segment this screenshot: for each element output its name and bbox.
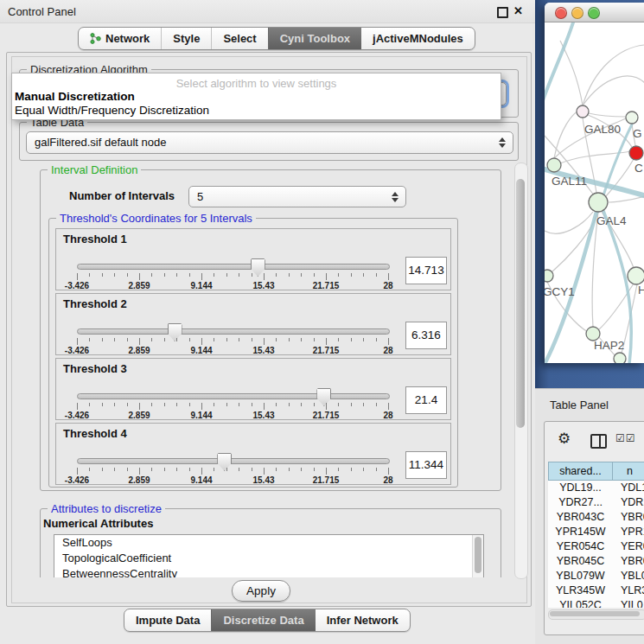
attributes-list-scrollbar[interactable] (472, 535, 483, 577)
cell-shared-name[interactable]: YDR27... (548, 495, 613, 510)
close-traffic-light-icon[interactable] (555, 7, 567, 19)
tab-discretize-data[interactable]: Discretize Data (211, 609, 315, 631)
threshold-value-field[interactable]: 6.316 (405, 322, 447, 349)
columns-icon[interactable] (590, 434, 607, 449)
settings-vertical-scrollbar[interactable] (514, 163, 528, 579)
cell-name[interactable]: YPR1 (613, 525, 644, 539)
network-thick-edge[interactable] (545, 22, 573, 103)
tab-jactivemnodules[interactable]: jActiveMNodules (361, 28, 475, 49)
table-row[interactable]: YBR043CYBR0 (548, 510, 644, 525)
number-of-intervals-combobox[interactable]: 5 (188, 186, 406, 207)
table-row[interactable]: YLR345WYLR3 (548, 583, 644, 598)
cell-shared-name[interactable]: YDL19... (548, 481, 613, 495)
cell-shared-name[interactable]: YBL079W (548, 569, 613, 583)
network-node[interactable] (626, 112, 638, 124)
minimize-traffic-light-icon[interactable] (571, 7, 583, 19)
threshold-slider[interactable]: -3.4262.8599.14415.4321.71528 (77, 260, 388, 290)
table-horizontal-scrollbar[interactable] (548, 609, 644, 620)
node-label: GAL4 (596, 214, 627, 227)
tab-cyni-toolbox[interactable]: Cyni Toolbox (268, 28, 361, 49)
popup-option-manual-discretization[interactable]: Manual Discretization (15, 90, 135, 103)
network-node[interactable] (577, 105, 589, 118)
settings-scrollbar-thumb[interactable] (516, 179, 525, 428)
tab-select[interactable]: Select (211, 28, 267, 49)
cell-name[interactable]: YDR2 (613, 495, 644, 510)
network-window-titlebar[interactable] (545, 3, 644, 22)
tab-style[interactable]: Style (161, 28, 211, 49)
threshold-value-field[interactable]: 21.4 (405, 386, 447, 414)
gear-icon[interactable]: ⚙ (558, 430, 571, 448)
tab-style-label: Style (173, 28, 200, 49)
slider-track[interactable] (77, 328, 390, 335)
select-columns-checkboxes-icon[interactable]: ☑☑ (615, 432, 636, 444)
cell-name[interactable]: YBR0 (613, 554, 644, 569)
slider-ticks (77, 403, 388, 411)
table-scrollbar-thumb[interactable] (550, 611, 640, 616)
cell-name[interactable]: YER0 (613, 539, 644, 554)
network-node[interactable] (614, 353, 626, 363)
tab-impute-data[interactable]: Impute Data (124, 609, 211, 631)
apply-button[interactable]: Apply (232, 580, 290, 602)
cell-name[interactable]: YBR0 (613, 510, 644, 525)
tab-network[interactable]: Network (79, 28, 161, 49)
attributes-scrollbar-thumb[interactable] (475, 537, 481, 573)
tab-infer-network[interactable]: Infer Network (316, 609, 410, 631)
table-data-combobox[interactable]: galFiltered.sif default node (26, 131, 513, 154)
table-row[interactable]: YBL079WYBL0 (548, 569, 644, 583)
cell-name[interactable]: YBL0 (613, 569, 644, 583)
attribute-list-item[interactable]: TopologicalCoefficient (54, 551, 483, 566)
table-row[interactable]: YDR27...YDR2 (548, 495, 644, 510)
close-icon[interactable]: ✕ (513, 4, 523, 17)
network-node[interactable] (547, 158, 561, 172)
cell-shared-name[interactable]: YER054C (548, 539, 613, 554)
cell-name[interactable]: YIL0 (613, 598, 644, 608)
cell-shared-name[interactable]: YIL052C (548, 598, 613, 608)
table-row[interactable]: YER054CYER0 (548, 539, 644, 554)
slider-track[interactable] (77, 458, 390, 464)
network-edge[interactable] (552, 212, 598, 272)
table-row[interactable]: YIL052CYIL0 (548, 598, 644, 608)
algorithm-placeholder: Select algorithm to view settings (12, 77, 501, 90)
network-node[interactable] (628, 267, 644, 284)
table-row[interactable]: YPR145WYPR1 (548, 525, 644, 539)
attribute-list-item[interactable]: SelfLoops (54, 535, 483, 551)
popup-option-equal-width-frequency[interactable]: Equal Width/Frequency Discretization (15, 104, 209, 117)
slider-tick-label: 2.859 (128, 411, 150, 420)
network-node[interactable] (589, 193, 608, 212)
network-edge[interactable] (583, 45, 644, 105)
cell-shared-name[interactable]: YPR145W (548, 525, 613, 539)
network-edge[interactable] (589, 113, 626, 117)
column-header-shared-name[interactable]: shared... (548, 462, 613, 481)
cell-shared-name[interactable]: YBR045C (548, 554, 613, 569)
threshold-slider[interactable]: -3.4262.8599.14415.4321.71528 (77, 390, 388, 419)
threshold-slider[interactable]: -3.4262.8599.14415.4321.71528 (77, 455, 388, 484)
cell-shared-name[interactable]: YBR043C (548, 510, 613, 525)
slider-track[interactable] (77, 393, 390, 399)
slider-track[interactable] (77, 264, 390, 270)
column-header-name[interactable]: n (613, 462, 644, 481)
threshold-panel-3: Threshold 3 -3.4262.8599.14415.4321.7152… (55, 358, 451, 420)
slider-tick-label: 28 (383, 346, 392, 355)
threshold-slider[interactable]: -3.4262.8599.14415.4321.71528 (77, 325, 388, 354)
table-row[interactable]: YDL19...YDL1 (548, 481, 644, 495)
float-window-icon[interactable] (497, 7, 508, 18)
network-node[interactable] (629, 146, 643, 160)
network-edge[interactable] (545, 212, 593, 233)
network-edge[interactable] (583, 76, 644, 105)
network-edge[interactable] (609, 196, 644, 202)
tab-cyni-toolbox-label: Cyni Toolbox (280, 28, 350, 49)
attribute-list-item[interactable]: BetweennessCentrality (54, 566, 483, 577)
numerical-attributes-list[interactable]: SelfLoopsTopologicalCoefficientBetweenne… (54, 534, 484, 577)
number-of-intervals-value: 5 (197, 187, 203, 207)
threshold-value-field[interactable]: 11.344 (405, 451, 447, 479)
cell-shared-name[interactable]: YLR345W (548, 583, 613, 598)
network-canvas[interactable]: GAL80GCGAL11GAL4GCY1HHAP2 (545, 22, 644, 363)
cell-name[interactable]: YLR3 (613, 583, 644, 598)
table-row[interactable]: YBR045CYBR0 (548, 554, 644, 569)
control-panel-titlebar: Control Panel ✕ (0, 0, 535, 23)
zoom-traffic-light-icon[interactable] (588, 7, 600, 19)
threshold-value-field[interactable]: 14.713 (405, 257, 447, 284)
network-node[interactable] (545, 270, 553, 282)
network-view-window[interactable]: GAL80GCGAL11GAL4GCY1HHAP2 (545, 3, 644, 363)
cell-name[interactable]: YDL1 (613, 481, 644, 495)
